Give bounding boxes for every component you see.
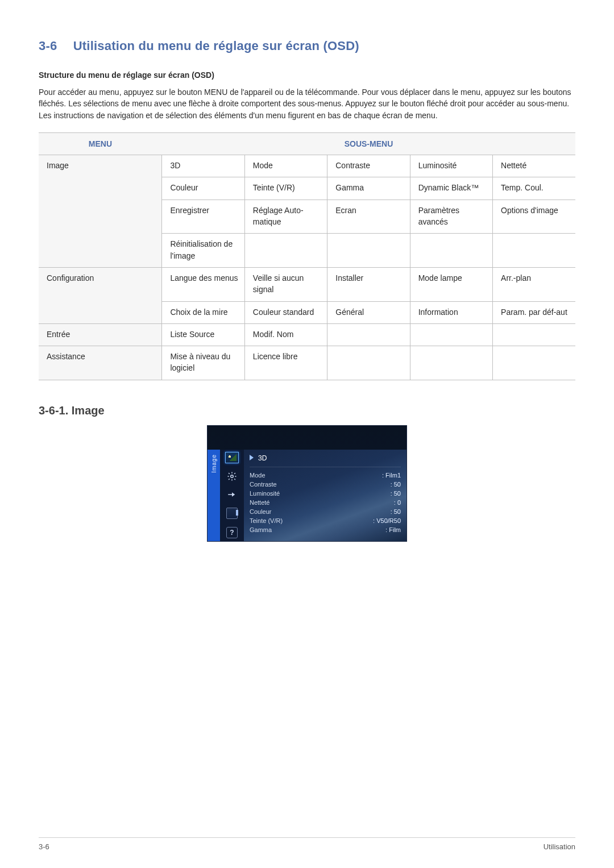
osd-item-value: : 0 [394, 499, 401, 506]
osd-content: 3D Mode: Film1Contraste: 50Luminosité: 5… [244, 450, 406, 541]
osd-item-row[interactable]: Contraste: 50 [250, 480, 401, 489]
gear-icon[interactable] [227, 471, 237, 481]
svg-point-0 [231, 475, 234, 478]
osd-item-label: Contraste [250, 481, 277, 488]
submenu-cell [244, 234, 327, 268]
section-number: 3-6 [39, 39, 57, 53]
submenu-cell: 3D [162, 155, 244, 177]
menu-category-cell: Configuration [39, 267, 162, 323]
osd-item-label: Netteté [250, 499, 269, 506]
osd-structure-table: MENU SOUS-MENU Image3DModeContrasteLumin… [39, 132, 575, 380]
osd-preview: Image ? [207, 425, 407, 542]
submenu-cell: Couleur standard [244, 301, 327, 323]
osd-item-value: : 50 [391, 481, 401, 488]
footer-left: 3-6 [39, 842, 49, 851]
osd-item-label: Teinte (V/R) [250, 517, 283, 524]
submenu-cell: Dynamic Black™ [410, 177, 492, 200]
submenu-cell: Contraste [327, 155, 410, 177]
osd-item-row[interactable]: Teinte (V/R): V50/R50 [250, 516, 401, 525]
osd-item-value: : Film [385, 526, 401, 533]
submenu-cell: Arr.-plan [493, 267, 575, 301]
intro-paragraph: Pour accéder au menu, appuyez sur le bou… [39, 86, 575, 121]
menu-category-cell: Image [39, 155, 162, 268]
help-icon[interactable]: ? [226, 527, 238, 538]
submenu-cell [493, 234, 575, 268]
submenu-cell: Mise à niveau du logiciel [162, 346, 244, 380]
osd-item-value: : V50/R50 [373, 517, 401, 524]
input-icon[interactable] [227, 489, 237, 500]
table-row: Image3DModeContrasteLuminositéNetteté [39, 155, 575, 177]
media-icon[interactable] [226, 508, 238, 519]
chevron-right-icon [250, 455, 254, 460]
osd-tab-label: Image [211, 454, 217, 473]
submenu-cell: Installer [327, 267, 410, 301]
submenu-cell: Langue des menus [162, 267, 244, 301]
osd-item-row[interactable]: Luminosité: 50 [250, 489, 401, 498]
submenu-cell: Paramètres avancés [410, 200, 492, 234]
osd-item-row[interactable]: Gamma: Film [250, 525, 401, 534]
submenu-cell: Netteté [493, 155, 575, 177]
submenu-cell: Information [410, 301, 492, 323]
submenu-cell [327, 346, 410, 380]
subsection-heading: 3-6-1. Image [39, 404, 575, 417]
submenu-cell: Gamma [327, 177, 410, 200]
submenu-cell: Mode lampe [410, 267, 492, 301]
submenu-cell [410, 323, 492, 346]
osd-item-label: Couleur [250, 508, 272, 515]
submenu-cell: Général [327, 301, 410, 323]
menu-category-cell: Entrée [39, 323, 162, 346]
table-header-menu: MENU [39, 132, 162, 155]
submenu-cell: Licence libre [244, 346, 327, 380]
submenu-cell [327, 234, 410, 268]
footer-right: Utilisation [544, 842, 575, 851]
osd-item-label: Gamma [250, 526, 272, 533]
osd-item-value: : 50 [391, 490, 401, 497]
osd-item-value: : 50 [391, 508, 401, 515]
submenu-cell: Param. par déf-aut [493, 301, 575, 323]
submenu-cell: Modif. Nom [244, 323, 327, 346]
osd-item-row[interactable]: Netteté: 0 [250, 498, 401, 507]
table-row: AssistanceMise à niveau du logicielLicen… [39, 346, 575, 380]
submenu-cell: Réinitialisation de l'image [162, 234, 244, 268]
osd-nav-icons: ? [220, 450, 244, 541]
osd-item-value: : Film1 [382, 472, 401, 479]
submenu-cell: Luminosité [410, 155, 492, 177]
submenu-cell: Réglage Auto-matique [244, 200, 327, 234]
submenu-cell: Enregistrer [162, 200, 244, 234]
submenu-cell: Options d'image [493, 200, 575, 234]
submenu-cell: Teinte (V/R) [244, 177, 327, 200]
menu-category-cell: Assistance [39, 346, 162, 380]
submenu-cell: Liste Source [162, 323, 244, 346]
submenu-cell [493, 323, 575, 346]
table-row: EntréeListe SourceModif. Nom [39, 323, 575, 346]
submenu-cell [410, 346, 492, 380]
structure-subheading: Structure du menu de réglage sur écran (… [39, 70, 575, 80]
submenu-cell: Veille si aucun signal [244, 267, 327, 301]
osd-active-tab[interactable]: Image [208, 450, 220, 541]
image-icon[interactable] [225, 452, 239, 463]
osd-item-label: Luminosité [250, 490, 280, 497]
section-title: Utilisation du menu de réglage sur écran… [73, 39, 359, 53]
submenu-cell: Temp. Coul. [493, 177, 575, 200]
submenu-cell: Mode [244, 155, 327, 177]
submenu-cell: Couleur [162, 177, 244, 200]
submenu-cell: Ecran [327, 200, 410, 234]
table-header-submenu: SOUS-MENU [162, 132, 575, 155]
page-footer: 3-6 Utilisation [39, 837, 575, 851]
osd-title-bar [208, 426, 406, 450]
submenu-cell [493, 346, 575, 380]
submenu-cell [410, 234, 492, 268]
submenu-cell [327, 323, 410, 346]
osd-item-row[interactable]: Mode: Film1 [250, 471, 401, 480]
osd-item-row[interactable]: Couleur: 50 [250, 507, 401, 516]
osd-item-label: Mode [250, 472, 265, 479]
section-heading: 3-6 Utilisation du menu de réglage sur é… [39, 39, 575, 53]
submenu-cell: Choix de la mire [162, 301, 244, 323]
osd-submenu-header[interactable]: 3D [250, 453, 401, 467]
table-row: ConfigurationLangue des menusVeille si a… [39, 267, 575, 301]
